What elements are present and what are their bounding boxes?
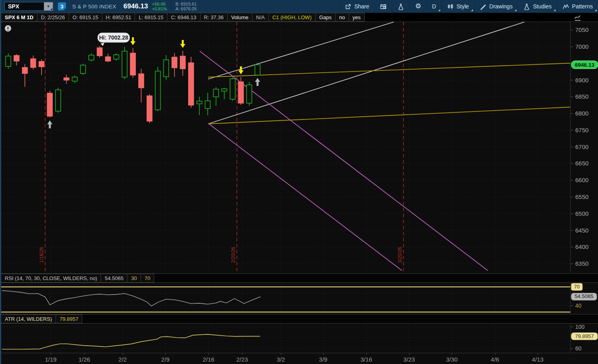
ohlc-cell: O: 6915.15 xyxy=(69,13,102,22)
last-price: 6946.13 xyxy=(123,2,148,10)
chart-toolbar: Share⚙DStyleDrawingsStudiesPatterns xyxy=(339,0,598,13)
top-toolbar: SPX ▼ 3 S & P 500 INDEX 6946.13 +56.06 +… xyxy=(1,0,598,13)
ohlc-cell: H: 6952.51 xyxy=(102,13,135,22)
thinkorswim-chart-window: SPX ▼ 3 S & P 500 INDEX 6946.13 +56.06 +… xyxy=(0,0,598,364)
axis-label: 6500 xyxy=(575,210,588,217)
trendline-yellow[interactable] xyxy=(208,107,570,124)
axis-label: 6800 xyxy=(575,110,588,117)
symbol-text: SPX xyxy=(5,2,44,10)
ohlc-cell: SPX 6 M 1D xyxy=(1,13,38,22)
rsi-header-cell[interactable]: 70 xyxy=(141,274,154,282)
axis-label: 6700 xyxy=(575,143,588,150)
flask-icon xyxy=(523,3,530,10)
patterns-icon xyxy=(562,3,569,10)
pencil-icon xyxy=(480,3,487,10)
toolbar-button-gear-icon[interactable]: ⚙ xyxy=(409,0,426,13)
candle-body-1/20 xyxy=(47,93,52,116)
candle-body-1/13 xyxy=(14,56,19,61)
candle-body-1/23 xyxy=(72,77,77,81)
link-badge[interactable]: 3 xyxy=(58,2,66,10)
candle-body-2/6 xyxy=(155,71,161,110)
candle-body-1/30 xyxy=(114,55,119,59)
axis-label: 6600 xyxy=(575,177,588,183)
candle-body-2/3 xyxy=(130,53,135,75)
atr-pane-canvas[interactable]: 10079.895760 xyxy=(1,324,598,353)
axis-label: 6400 xyxy=(575,243,588,250)
axis-label: 6850 xyxy=(575,93,588,100)
axis-label: 6350 xyxy=(575,260,588,267)
time-label: 2/9 xyxy=(153,356,177,363)
axis-label: 54.5065 xyxy=(575,293,594,299)
ohlc-cell: Gaps xyxy=(315,13,336,22)
rsi-header-cell[interactable]: RSI (14, 70, 30, CLOSE, WILDERS, no) xyxy=(1,274,101,282)
candle-body-2/4 xyxy=(139,74,144,88)
candle-body-2/20 xyxy=(230,79,235,99)
atr-header-cell: 79.8957 xyxy=(56,314,82,323)
atr-line xyxy=(2,334,260,349)
axis-label: 79.8957 xyxy=(575,333,594,339)
time-tick xyxy=(409,353,409,355)
chart-mode-icon[interactable] xyxy=(574,14,583,21)
time-label: 2/2 xyxy=(111,356,135,363)
rsi-pane-canvas[interactable]: 7054.506540 xyxy=(1,283,598,314)
time-label: 4/6 xyxy=(483,356,507,363)
toolbar-button-d[interactable]: D xyxy=(427,0,441,13)
axis-label: 6450 xyxy=(575,227,588,234)
change-value: +56.06 xyxy=(152,2,167,6)
axis-label: 7050 xyxy=(575,26,588,33)
candle-body-1/29 xyxy=(105,57,111,61)
bid-ask: B: 6915.61 A: 6976.05 xyxy=(175,2,197,11)
axis-label: ! xyxy=(7,26,9,32)
toolbar-button-flask-icon[interactable] xyxy=(392,0,409,13)
time-label: 3/23 xyxy=(397,356,421,363)
trendline-white[interactable] xyxy=(208,22,394,79)
flask-icon xyxy=(397,3,404,10)
toolbar-button-ondemand-icon[interactable] xyxy=(374,0,392,13)
candlestick-icon xyxy=(447,3,454,10)
toolbar-button-drawings[interactable]: Drawings xyxy=(474,0,518,13)
rsi-header-cell[interactable]: 30 xyxy=(127,274,141,282)
symbol-selector[interactable]: SPX ▼ xyxy=(4,2,53,11)
chevron-down-icon[interactable]: ▼ xyxy=(44,2,53,10)
toolbar-button-studies[interactable]: Studies xyxy=(518,0,557,13)
trendline-purple[interactable] xyxy=(209,124,402,271)
rsi-line xyxy=(2,290,260,306)
price-change: +56.06 +0.81% xyxy=(152,2,167,11)
candle-body-1/28 xyxy=(97,48,102,56)
time-tick xyxy=(51,353,51,355)
time-label: 4/13 xyxy=(526,356,550,363)
axis-label: 6650 xyxy=(575,160,588,167)
main-chart-canvas[interactable]: 7050700069506900685068006750670066506600… xyxy=(1,22,598,273)
ohlc-cell[interactable]: yes xyxy=(349,13,365,22)
toolbar-button-style[interactable]: Style xyxy=(441,0,474,13)
candle-body-1/16 xyxy=(39,62,44,67)
signal-arrow-up-icon xyxy=(255,78,260,86)
divider xyxy=(171,2,171,11)
candle-body-2/11 xyxy=(180,56,185,69)
signal-arrow-down-icon xyxy=(238,66,244,74)
candle-body-2/18 xyxy=(213,89,219,97)
axis-label: 40 xyxy=(575,302,582,309)
axis-label: 7000 xyxy=(575,43,588,50)
time-tick xyxy=(209,353,209,355)
time-tick xyxy=(242,353,242,355)
signal-arrow-down-icon xyxy=(130,37,135,45)
time-tick xyxy=(452,353,452,355)
bid-value: B: 6915.61 xyxy=(175,2,197,6)
toolbar-button-patterns[interactable]: Patterns xyxy=(557,0,598,13)
candle-body-2/23 xyxy=(238,82,244,103)
rsi-header-cell: 54.5065 xyxy=(101,274,127,282)
candle-body-2/13 xyxy=(197,101,202,104)
toolbar-button-share[interactable]: Share xyxy=(339,0,374,13)
atr-study-header: ATR (14, WILDERS)79.8957 xyxy=(1,314,598,324)
time-label: 3/16 xyxy=(354,356,378,363)
candle-body-1/14 xyxy=(22,68,28,74)
ohlc-cell: N/A xyxy=(252,13,269,22)
event-line-label: 1/16/26 xyxy=(39,247,44,263)
axis-label: 6550 xyxy=(575,193,588,200)
candle-body-2/5 xyxy=(147,96,152,121)
ohlc-cell[interactable]: no xyxy=(335,13,349,22)
time-label: 3/2 xyxy=(269,356,293,363)
atr-header-cell[interactable]: ATR (14, WILDERS) xyxy=(1,314,56,323)
time-axis[interactable]: 1/191/262/22/92/162/233/23/93/163/233/30… xyxy=(1,353,598,364)
